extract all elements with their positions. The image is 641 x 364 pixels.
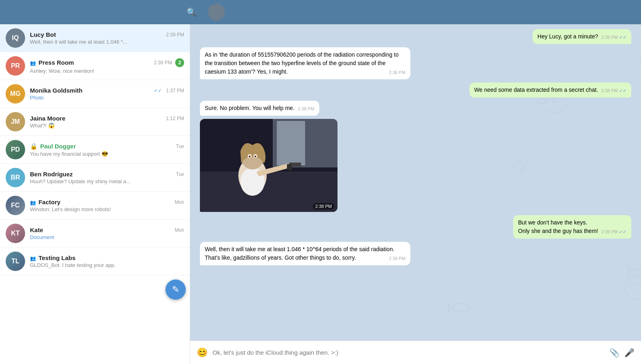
chat-preview-testing-labs: GLDOS_Bot: I hate testing your app. — [30, 262, 184, 268]
message-row-msg7: Well, then it will take me at least 1.04… — [200, 242, 631, 265]
chat-time-monika: 1:37 PM — [166, 88, 184, 93]
chat-name-factory: 👥 Factory — [30, 199, 60, 205]
message-check-msg1: ✓✓ — [619, 35, 626, 40]
lucy-image — [200, 119, 337, 212]
chat-name-ben: Ben Rodriguez — [30, 171, 73, 178]
chat-avatar-monika: MG — [6, 84, 25, 104]
chat-time-ben: Tue — [176, 171, 184, 177]
chat-list-item-paul[interactable]: PD 🔒 Paul Dogger Tue You have my financi… — [0, 136, 190, 164]
chat-time-press-room: 2:38 PM — [154, 60, 172, 66]
message-time-msg2: 2:36 PM — [389, 69, 405, 76]
group-icon: 👥 — [30, 60, 36, 66]
image-bubble: 2:38 PM — [200, 119, 337, 212]
compose-fab[interactable]: ✎ — [166, 279, 186, 300]
chat-list-item-testing-labs[interactable]: TL 👥 Testing Labs GLDOS_Bot: I hate test… — [0, 248, 190, 275]
chat-list-item-ben[interactable]: BR Ben Rodriguez Tue Huuh? Update? Updat… — [0, 164, 190, 192]
chat-info-testing-labs: 👥 Testing Labs GLDOS_Bot: I hate testing… — [30, 254, 184, 268]
chat-time-paul: Tue — [176, 144, 184, 149]
message-text-msg6: But we don't have the keys.Only she and … — [518, 219, 598, 234]
group-icon: 👥 — [30, 256, 36, 261]
double-check-icon: ✓✓ — [154, 88, 162, 93]
message-bubble-msg4: Sure. No problem. You will help me. 2:38… — [200, 101, 319, 116]
chat-list-item-press-room[interactable]: PR 👥 Press Room 2:38 PM 2 Ashley: Wow, n… — [0, 52, 190, 80]
app-header: 🔍 — [0, 0, 641, 24]
message-bubble-msg1: Hey Lucy, got a minute? 2:36 PM ✓✓ — [533, 29, 631, 44]
chat-preview-ben: Huuh? Update? Update my shiny metal a... — [30, 178, 184, 184]
message-row-msg2: As in 'the duration of 551557906200 peri… — [200, 47, 631, 79]
mic-button[interactable]: 🎤 — [624, 348, 635, 358]
image-content: 2:38 PM — [200, 119, 337, 212]
search-icon[interactable]: 🔍 — [187, 7, 197, 17]
svg-rect-29 — [287, 164, 292, 170]
chat-header — [197, 4, 635, 21]
chat-preview-press-room: Ashley: Wow, nice mention! — [30, 68, 184, 74]
message-input[interactable] — [212, 349, 605, 356]
message-input-bar: 😊 📎 🎤 — [190, 341, 641, 364]
message-text-msg7: Well, then it will take me at least 1.04… — [205, 246, 395, 261]
svg-rect-24 — [277, 121, 305, 165]
chat-time-factory: Mon — [175, 199, 184, 205]
message-bubble-msg6: But we don't have the keys.Only she and … — [513, 215, 631, 239]
message-time-msg4: 2:38 PM — [298, 106, 314, 112]
group-icon: 👥 — [30, 200, 36, 205]
chat-info-lucy-bot: Lucy Bot 2:39 PM Well, then it will take… — [30, 31, 184, 45]
chat-name-kate: Kate — [30, 226, 43, 233]
chat-info-press-room: 👥 Press Room 2:38 PM 2 Ashley: Wow, nice… — [30, 58, 184, 74]
chat-info-ben: Ben Rodriguez Tue Huuh? Update? Update m… — [30, 171, 184, 184]
message-row-msg5: 2:38 PM — [200, 119, 631, 212]
chat-preview-kate: Document — [30, 234, 184, 240]
message-text-msg4: Sure. No problem. You will help me. — [205, 105, 295, 111]
chat-list-item-factory[interactable]: FC 👥 Factory Mon Winston: Let's design m… — [0, 192, 190, 220]
chat-avatar-press-room: PR — [6, 56, 25, 76]
message-check-msg3: ✓✓ — [619, 88, 626, 93]
message-bubble-msg2: As in 'the duration of 551557906200 peri… — [200, 47, 410, 79]
message-bubble-msg3: We need some data extracted from a secre… — [469, 83, 631, 97]
chat-list-item-lucy-bot[interactable]: IQ Lucy Bot 2:39 PM Well, then it will t… — [0, 24, 190, 52]
chat-list: IQ Lucy Bot 2:39 PM Well, then it will t… — [0, 24, 190, 364]
chat-name-lucy-bot: Lucy Bot — [30, 31, 56, 38]
message-bubble-msg7: Well, then it will take me at least 1.04… — [200, 242, 410, 265]
chat-list-item-jaina[interactable]: JM Jaina Moore 1:12 PM What?! 😱 — [0, 108, 190, 136]
image-timestamp: 2:38 PM — [313, 203, 334, 210]
chat-avatar-lucy-bot: IQ — [6, 28, 25, 48]
chat-avatar-ben: BR — [6, 168, 25, 187]
chat-preview-factory: Winston: Let's design more robots! — [30, 206, 184, 212]
attach-button[interactable]: 📎 — [609, 348, 620, 358]
chat-info-jaina: Jaina Moore 1:12 PM What?! 😱 — [30, 115, 184, 129]
message-time-msg6: 2:39 PM ✓✓ — [601, 229, 626, 235]
svg-point-32 — [249, 156, 250, 157]
chat-preview-jaina: What?! 😱 — [30, 123, 184, 129]
chat-avatar-jaina: JM — [6, 112, 25, 131]
lock-icon: 🔒 — [30, 143, 38, 150]
chat-info-factory: 👥 Factory Mon Winston: Let's design more… — [30, 199, 184, 212]
chat-avatar-paul: PD — [6, 140, 25, 159]
chat-avatar — [208, 4, 225, 21]
main-content: IQ Lucy Bot 2:39 PM Well, then it will t… — [0, 24, 641, 364]
message-time-msg1: 2:36 PM ✓✓ — [601, 34, 626, 41]
chat-info-kate: Kate Mon Document — [30, 226, 184, 240]
svg-point-33 — [255, 156, 256, 157]
message-row-msg6: But we don't have the keys.Only she and … — [200, 215, 631, 239]
chat-info-paul: 🔒 Paul Dogger Tue You have my financial … — [30, 143, 184, 157]
chat-name-testing-labs: 👥 Testing Labs — [30, 254, 76, 261]
chat-preview-paul: You have my financial support 😎 — [30, 151, 184, 157]
unread-badge-press-room: 2 — [175, 58, 184, 67]
chat-name-press-room: 👥 Press Room — [30, 59, 74, 66]
message-time-msg3: 2:38 PM ✓✓ — [601, 87, 626, 94]
message-row-msg1: Hey Lucy, got a minute? 2:36 PM ✓✓ — [200, 29, 631, 44]
message-time-msg7: 2:39 PM — [389, 255, 405, 262]
chat-list-item-monika[interactable]: MG Monika Goldsmith ✓✓ 1:37 PM Photo — [0, 80, 190, 108]
compose-icon: ✎ — [172, 284, 179, 295]
chat-name-jaina: Jaina Moore — [30, 115, 66, 122]
message-row-msg4: Sure. No problem. You will help me. 2:38… — [200, 101, 631, 116]
message-text-msg3: We need some data extracted from a secre… — [474, 87, 598, 93]
chat-name-monika: Monika Goldsmith — [30, 87, 83, 94]
chat-preview-monika: Photo — [30, 95, 184, 101]
sidebar-header: 🔍 — [6, 7, 197, 17]
chat-list-item-kate[interactable]: KT Kate Mon Document — [0, 220, 190, 248]
chat-time-jaina: 1:12 PM — [166, 116, 184, 121]
message-text-msg2: As in 'the duration of 551557906200 peri… — [205, 51, 399, 75]
emoji-button[interactable]: 😊 — [197, 347, 208, 358]
message-check-msg6: ✓✓ — [619, 229, 626, 234]
chat-area: ? ? — [190, 24, 641, 364]
